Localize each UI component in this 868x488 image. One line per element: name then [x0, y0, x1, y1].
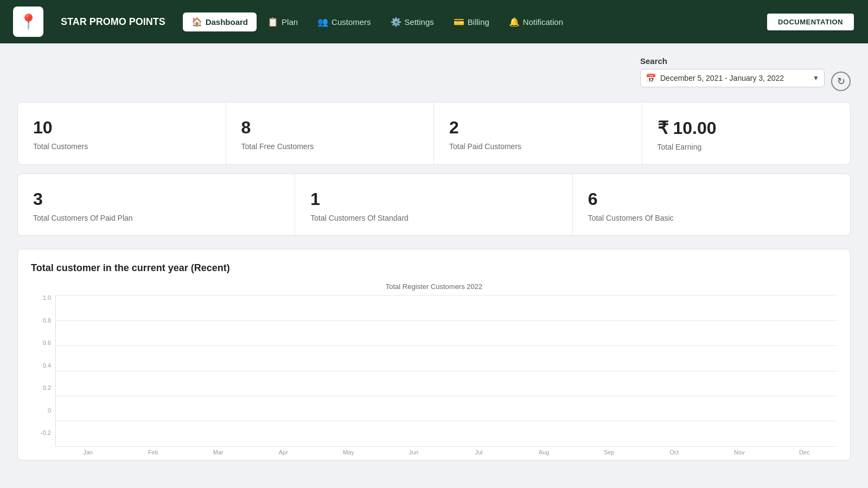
search-section: Search 📅 ▼ ↻	[17, 56, 851, 91]
brand-name: STAR PROMO POINTS	[61, 16, 165, 28]
nav-customers-label: Customers	[331, 17, 371, 27]
x-label: Oct	[642, 449, 707, 455]
y-label: 0	[31, 408, 51, 414]
y-label: 0.2	[31, 385, 51, 391]
grid-line	[56, 320, 837, 321]
y-label: 1.0	[31, 295, 51, 301]
stat-total-earning-value: ₹ 10.00	[658, 118, 835, 138]
stats-row-2: 3 Total Customers Of Paid Plan 1 Total C…	[17, 174, 851, 236]
stat-basic-customers: 6 Total Customers Of Basic	[573, 174, 850, 235]
x-label: Dec	[772, 449, 837, 455]
date-range-wrapper: 📅 ▼	[640, 69, 825, 87]
header: 📍 STAR PROMO POINTS 🏠 Dashboard 📋 Plan 👥…	[0, 0, 868, 43]
nav-billing-label: Billing	[468, 17, 489, 27]
y-axis: 1.00.80.60.40.20-0.2	[31, 295, 55, 447]
x-label: May	[316, 449, 381, 455]
x-axis: JanFebMarAprMayJunJulAugSepOctNovDec	[31, 447, 837, 455]
dashboard-icon: 🏠	[192, 17, 202, 27]
x-label: Nov	[707, 449, 772, 455]
grid-line	[56, 446, 837, 447]
nav-notification-label: Notification	[523, 17, 563, 27]
calendar-icon: 📅	[646, 73, 656, 84]
nav-dashboard-label: Dashboard	[206, 17, 248, 27]
x-label: Mar	[186, 449, 251, 455]
customers-icon: 👥	[317, 17, 328, 27]
stat-total-customers-value: 10	[33, 118, 210, 138]
stat-basic-label: Total Customers Of Basic	[588, 214, 835, 222]
grid-line	[56, 295, 837, 296]
stat-free-customers-value: 8	[241, 118, 419, 138]
stat-total-customers-label: Total Customers	[33, 142, 210, 151]
nav-notification[interactable]: 🔔 Notification	[500, 12, 572, 31]
nav-dashboard[interactable]: 🏠 Dashboard	[183, 12, 257, 31]
stat-standard-label: Total Customers Of Standard	[310, 214, 557, 222]
nav-customers[interactable]: 👥 Customers	[309, 12, 380, 31]
stats-row-1: 10 Total Customers 8 Total Free Customer…	[17, 102, 851, 165]
y-label: 0.4	[31, 363, 51, 369]
stat-paid-plan-customers: 3 Total Customers Of Paid Plan	[18, 174, 295, 235]
nav-plan[interactable]: 📋 Plan	[259, 12, 307, 31]
grid-line	[56, 371, 837, 371]
plan-icon: 📋	[267, 17, 278, 27]
stat-standard-customers: 1 Total Customers Of Standard	[295, 174, 572, 235]
grid-line	[56, 421, 837, 421]
search-label: Search	[640, 56, 825, 66]
x-label: Jan	[55, 449, 120, 455]
stat-total-customers: 10 Total Customers	[18, 102, 226, 164]
grid-line	[56, 396, 837, 396]
stat-standard-value: 1	[310, 189, 557, 209]
nav-plan-label: Plan	[282, 17, 298, 27]
x-label: Aug	[512, 449, 577, 455]
stat-paid-customers-value: 2	[449, 118, 627, 138]
x-label: Jun	[381, 449, 446, 455]
settings-icon: ⚙️	[391, 17, 401, 27]
chart-section: Total customer in the current year (Rece…	[17, 249, 851, 460]
chart-inner-title: Total Register Customers 2022	[31, 282, 837, 291]
stat-total-earning: ₹ 10.00 Total Earning	[642, 102, 851, 164]
x-label: Sep	[577, 449, 642, 455]
chart-area: 1.00.80.60.40.20-0.2	[31, 295, 837, 447]
main-nav: 🏠 Dashboard 📋 Plan 👥 Customers ⚙️ Settin…	[183, 12, 749, 31]
stat-paid-plan-value: 3	[33, 189, 279, 209]
stat-basic-value: 6	[588, 189, 835, 209]
documentation-button[interactable]: DOCUMENTATION	[766, 12, 855, 31]
x-label: Apr	[251, 449, 316, 455]
y-label: -0.2	[31, 430, 51, 436]
logo-icon: 📍	[19, 13, 38, 31]
stat-total-earning-label: Total Earning	[658, 143, 835, 151]
stat-free-customers: 8 Total Free Customers	[226, 102, 435, 164]
stat-free-customers-label: Total Free Customers	[241, 142, 419, 151]
nav-billing[interactable]: 💳 Billing	[445, 12, 498, 31]
stat-paid-customers-label: Total Paid Customers	[449, 142, 627, 151]
y-label: 0.6	[31, 340, 51, 346]
nav-settings-label: Settings	[405, 17, 434, 27]
stat-paid-plan-label: Total Customers Of Paid Plan	[33, 214, 279, 222]
dropdown-arrow-icon: ▼	[813, 74, 819, 82]
nav-settings[interactable]: ⚙️ Settings	[382, 12, 443, 31]
stat-paid-customers: 2 Total Paid Customers	[434, 102, 642, 164]
grid-line	[56, 345, 837, 346]
x-label: Feb	[120, 449, 186, 455]
billing-icon: 💳	[454, 17, 464, 27]
refresh-button[interactable]: ↻	[831, 72, 851, 91]
logo: 📍	[13, 7, 43, 37]
notification-icon: 🔔	[509, 17, 520, 27]
date-range-input[interactable]	[640, 69, 825, 87]
x-label: Jul	[446, 449, 511, 455]
y-label: 0.8	[31, 318, 51, 324]
chart-section-title: Total customer in the current year (Rece…	[31, 262, 837, 274]
chart-grid	[55, 295, 837, 447]
main-content: Search 📅 ▼ ↻ 10 Total Customers 8 Total …	[0, 43, 868, 473]
